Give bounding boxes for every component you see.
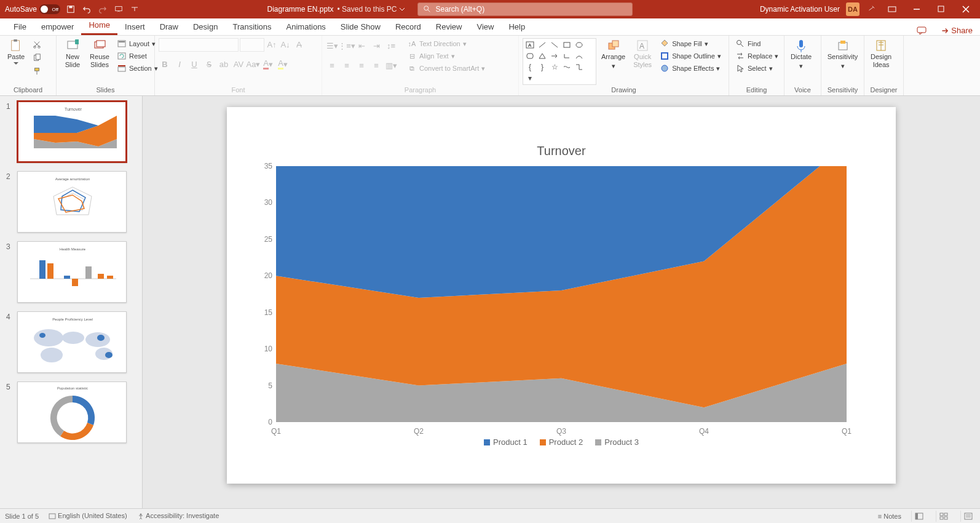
convert-smartart-button[interactable]: ⧉Convert to SmartArt ▾ xyxy=(405,63,488,74)
clear-formatting-icon[interactable]: A̶ xyxy=(293,38,305,50)
tab-file[interactable]: File xyxy=(6,18,34,35)
text-direction-button[interactable]: ↕AText Direction ▾ xyxy=(405,38,488,49)
shape-star-icon[interactable]: ☆ xyxy=(549,62,560,72)
tab-view[interactable]: View xyxy=(469,18,501,35)
notes-button[interactable]: ≡ Notes xyxy=(878,513,901,520)
thumbnail-slide-3[interactable]: Health Measure xyxy=(17,241,127,303)
select-button[interactable]: Select ▾ xyxy=(733,63,781,74)
font-size-combo[interactable] xyxy=(240,38,264,52)
numbering-button[interactable]: ⋮≡▾ xyxy=(341,39,353,52)
close-button[interactable] xyxy=(957,2,975,16)
qat-customize-icon[interactable] xyxy=(129,4,140,15)
justify-button[interactable]: ≡ xyxy=(370,59,382,71)
tab-transitions[interactable]: Transitions xyxy=(225,18,279,35)
shape-connector-icon[interactable] xyxy=(574,62,585,72)
shape-corner-icon[interactable] xyxy=(561,51,572,61)
quick-styles-button[interactable]: A Quick Styles xyxy=(630,38,655,70)
change-case-button[interactable]: Aa▾ xyxy=(247,58,259,70)
shape-arrow-icon[interactable] xyxy=(549,51,560,61)
slide-sorter-button[interactable] xyxy=(936,511,950,522)
tab-draw[interactable]: Draw xyxy=(152,18,186,35)
tab-help[interactable]: Help xyxy=(501,18,532,35)
dictate-button[interactable]: Dictate▾ xyxy=(788,38,814,71)
slide-canvas[interactable]: Turnover 05101520253035 Q1Q2Q3Q4Q1 Produ… xyxy=(143,96,980,508)
shape-freeform-icon[interactable] xyxy=(561,62,572,72)
shape-ellipse-icon[interactable] xyxy=(574,40,585,50)
align-text-button[interactable]: ⊟Align Text ▾ xyxy=(405,50,488,62)
copy-icon[interactable] xyxy=(31,52,43,64)
search-input[interactable]: Search (Alt+Q) xyxy=(417,2,633,16)
shape-more-icon[interactable]: ▾ xyxy=(524,73,535,83)
tab-animations[interactable]: Animations xyxy=(279,18,333,35)
comments-button[interactable] xyxy=(911,26,933,35)
shape-brace2-icon[interactable]: } xyxy=(537,62,548,72)
bullets-button[interactable]: ☰▾ xyxy=(326,39,338,52)
normal-view-button[interactable] xyxy=(911,511,926,522)
reading-view-button[interactable] xyxy=(960,511,975,522)
format-painter-icon[interactable] xyxy=(31,65,43,78)
user-name[interactable]: Dynamic Activation User xyxy=(760,5,840,14)
autosave-toggle-switch[interactable]: Off xyxy=(39,4,60,14)
thumbnail-slide-2[interactable]: Average amortization xyxy=(17,171,127,233)
undo-icon[interactable] xyxy=(81,4,92,15)
increase-font-icon[interactable]: A↑ xyxy=(266,38,278,50)
tab-home[interactable]: Home xyxy=(81,17,117,35)
shape-outline-button[interactable]: Shape Outline ▾ xyxy=(657,50,724,62)
minimize-button[interactable] xyxy=(907,2,926,16)
align-right-button[interactable]: ≡ xyxy=(355,59,368,71)
decrease-indent-button[interactable]: ⇤ xyxy=(355,39,368,52)
arrange-button[interactable]: Arrange▾ xyxy=(599,38,628,71)
thumbnail-slide-1[interactable]: Turnover xyxy=(17,101,127,162)
decrease-font-icon[interactable]: A↓ xyxy=(279,38,291,50)
tab-design[interactable]: Design xyxy=(186,18,225,35)
accessibility-indicator[interactable]: Accessibility: Investigate xyxy=(137,512,219,520)
tab-insert[interactable]: Insert xyxy=(117,18,152,35)
underline-button[interactable]: U xyxy=(188,58,200,70)
line-spacing-button[interactable]: ↕≡ xyxy=(385,39,397,52)
sensitivity-button[interactable]: Sensitivity▾ xyxy=(825,38,860,71)
shape-effects-button[interactable]: Shape Effects ▾ xyxy=(657,63,724,74)
design-ideas-button[interactable]: Design Ideas xyxy=(868,38,894,70)
align-left-button[interactable]: ≡ xyxy=(326,59,338,71)
thumbnail-slide-4[interactable]: People Proficiency Level xyxy=(17,311,127,373)
shape-rect-icon[interactable] xyxy=(561,40,572,50)
shape-textbox-icon[interactable]: A xyxy=(524,40,535,50)
replace-button[interactable]: Replace ▾ xyxy=(733,50,781,62)
bold-button[interactable]: B xyxy=(159,58,171,70)
font-color-button[interactable]: A▾ xyxy=(262,58,274,70)
section-button[interactable]: Section ▾ xyxy=(114,63,160,74)
shapes-gallery[interactable]: A { } ☆ ▾ xyxy=(523,38,596,85)
columns-button[interactable]: ▥▾ xyxy=(385,59,397,71)
paste-button[interactable]: Paste xyxy=(4,38,28,66)
save-icon[interactable] xyxy=(65,4,76,15)
shape-roundrect-icon[interactable] xyxy=(524,51,535,61)
shadow-button[interactable]: ab xyxy=(218,58,230,70)
shape-line2-icon[interactable] xyxy=(549,40,560,50)
share-button[interactable]: Share xyxy=(933,26,980,35)
char-spacing-button[interactable]: AV xyxy=(232,58,245,70)
shape-brace-icon[interactable]: { xyxy=(524,62,535,72)
slide-thumbnails-panel[interactable]: 1 Turnover 2 Average amortization 3 Heal… xyxy=(0,96,143,508)
cut-icon[interactable] xyxy=(31,38,43,50)
italic-button[interactable]: I xyxy=(173,58,186,70)
mic-icon[interactable] xyxy=(866,4,877,15)
language-indicator[interactable]: English (United States) xyxy=(49,512,127,520)
find-button[interactable]: Find xyxy=(733,38,781,49)
maximize-button[interactable] xyxy=(932,2,950,16)
autosave-toggle[interactable]: AutoSave Off xyxy=(5,4,60,14)
increase-indent-button[interactable]: ⇥ xyxy=(370,39,382,52)
reset-button[interactable]: Reset xyxy=(114,50,160,62)
align-center-button[interactable]: ≡ xyxy=(341,59,353,71)
shape-triangle-icon[interactable] xyxy=(537,51,548,61)
slide-1[interactable]: Turnover 05101520253035 Q1Q2Q3Q4Q1 Produ… xyxy=(227,107,896,484)
filename-display[interactable]: Diagramme EN.pptx • Saved to this PC xyxy=(267,5,406,14)
new-slide-button[interactable]: New Slide xyxy=(60,38,85,70)
tab-review[interactable]: Review xyxy=(429,18,470,35)
tab-slideshow[interactable]: Slide Show xyxy=(333,18,388,35)
tab-record[interactable]: Record xyxy=(388,18,429,35)
shape-fill-button[interactable]: Shape Fill ▾ xyxy=(657,38,724,49)
font-name-combo[interactable] xyxy=(159,38,239,52)
shape-curve-icon[interactable] xyxy=(574,51,585,61)
thumbnail-slide-5[interactable]: Population statistic xyxy=(17,381,127,443)
tab-empower[interactable]: empower xyxy=(34,18,81,35)
